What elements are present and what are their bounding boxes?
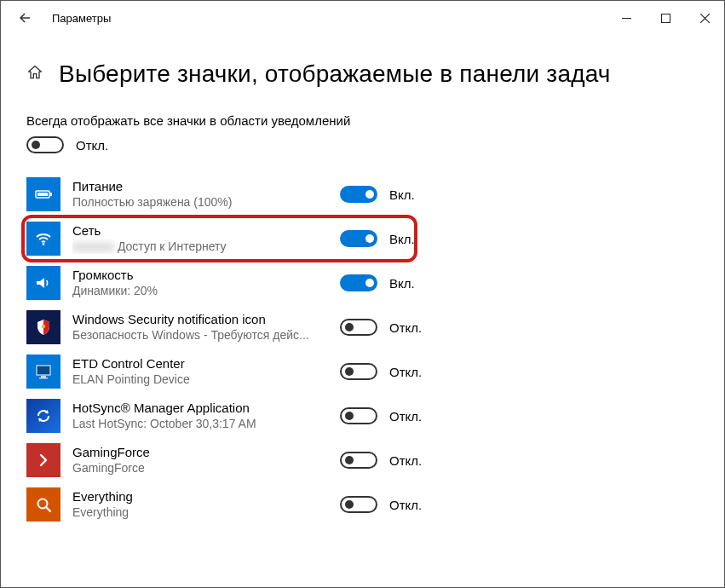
item-toggle[interactable] xyxy=(340,452,377,469)
item-subtitle: Полностью заряжена (100%) xyxy=(72,195,328,210)
item-title: Сеть xyxy=(72,223,328,239)
app-icon xyxy=(26,310,60,344)
item-texts: HotSync® Manager Application Last HotSyn… xyxy=(72,401,328,431)
minimize-button[interactable] xyxy=(607,1,646,35)
item-toggle[interactable] xyxy=(340,496,377,513)
item-title: Громкость xyxy=(72,268,328,284)
item-subtitle: Last HotSync: October 30,3:17 AM xyxy=(72,417,328,432)
item-subtitle: Безопасность Windows - Требуются дейс... xyxy=(72,328,328,343)
item-toggle-state: Вкл. xyxy=(389,232,415,246)
speaker-icon xyxy=(33,273,54,293)
svg-rect-1 xyxy=(661,14,670,22)
item-toggle-state: Откл. xyxy=(389,498,422,512)
item-texts: Питание Полностью заряжена (100%) xyxy=(72,179,328,210)
app-icon xyxy=(26,399,60,433)
item-toggle[interactable] xyxy=(340,186,377,203)
item-texts: GamingForce GamingForce xyxy=(72,445,328,476)
item-toggle[interactable] xyxy=(340,319,377,336)
page-title: Выберите значки, отображаемые в панели з… xyxy=(59,61,611,88)
wifi-icon xyxy=(33,228,54,249)
item-title: Питание xyxy=(72,179,328,195)
item-toggle-state: Вкл. xyxy=(389,276,415,291)
always-show-state: Откл. xyxy=(76,138,108,153)
battery-icon xyxy=(33,184,54,205)
app-icon xyxy=(26,355,60,389)
app-icon xyxy=(26,266,60,300)
item-toggle[interactable] xyxy=(340,363,377,380)
item-texts: Громкость Динамики: 20% xyxy=(72,268,328,298)
item-subtitle: Everything xyxy=(72,505,328,521)
item-title: ETD Control Center xyxy=(72,356,328,372)
close-button[interactable] xyxy=(685,1,724,35)
minimize-icon xyxy=(622,14,631,23)
home-icon[interactable] xyxy=(26,64,43,85)
search-icon xyxy=(33,494,54,515)
item-title: Everything xyxy=(72,489,328,505)
always-show-label: Всегда отображать все значки в области у… xyxy=(26,113,699,128)
icon-list: Питание Полностью заряжена (100%) Вкл. С… xyxy=(26,172,699,527)
item-texts: Everything Everything xyxy=(72,489,328,520)
item-texts: Сеть xxxxxxx Доступ к Интернету xyxy=(72,223,328,254)
item-title: HotSync® Manager Application xyxy=(72,401,328,417)
item-subtitle: xxxxxxx Доступ к Интернету xyxy=(72,239,328,255)
shield-icon xyxy=(33,317,54,337)
chev-icon xyxy=(33,450,54,470)
list-item: Громкость Динамики: 20% Вкл. xyxy=(26,261,699,305)
item-title: Windows Security notification icon xyxy=(72,312,328,328)
maximize-icon xyxy=(661,14,670,23)
item-title: GamingForce xyxy=(72,445,328,461)
item-toggle-state: Откл. xyxy=(389,320,422,335)
always-show-toggle[interactable] xyxy=(26,136,64,153)
back-button[interactable] xyxy=(8,1,42,35)
arrow-left-icon xyxy=(17,10,32,26)
app-icon xyxy=(26,487,60,522)
list-item: Everything Everything Откл. xyxy=(26,482,699,527)
app-icon xyxy=(26,222,60,256)
monitor-icon xyxy=(33,361,54,382)
item-toggle-state: Вкл. xyxy=(389,187,415,202)
app-icon xyxy=(26,177,60,211)
maximize-button[interactable] xyxy=(646,1,685,35)
item-toggle-state: Откл. xyxy=(389,453,422,468)
svg-rect-0 xyxy=(622,18,631,19)
item-texts: ETD Control Center ELAN Pointing Device xyxy=(72,356,328,387)
titlebar: Параметры xyxy=(1,1,724,35)
list-item: Windows Security notification icon Безоп… xyxy=(26,305,699,349)
item-toggle[interactable] xyxy=(340,274,377,291)
item-toggle[interactable] xyxy=(340,407,377,424)
window-controls xyxy=(607,1,724,35)
list-item: Сеть xxxxxxx Доступ к Интернету Вкл. xyxy=(26,216,699,261)
app-icon xyxy=(26,443,60,477)
item-texts: Windows Security notification icon Безоп… xyxy=(72,312,328,343)
window-title: Параметры xyxy=(52,12,111,25)
item-subtitle: ELAN Pointing Device xyxy=(72,372,328,388)
close-icon xyxy=(700,14,710,23)
list-item: ETD Control Center ELAN Pointing Device … xyxy=(26,349,699,394)
item-toggle-state: Откл. xyxy=(389,409,422,424)
item-subtitle: GamingForce xyxy=(72,461,328,476)
item-subtitle: Динамики: 20% xyxy=(72,284,328,299)
sync-icon xyxy=(33,406,54,426)
page-header: Выберите значки, отображаемые в панели з… xyxy=(26,61,699,88)
list-item: GamingForce GamingForce Откл. xyxy=(26,438,699,482)
list-item: HotSync® Manager Application Last HotSyn… xyxy=(26,394,699,438)
list-item: Питание Полностью заряжена (100%) Вкл. xyxy=(26,172,699,216)
item-toggle-state: Откл. xyxy=(389,365,422,379)
item-toggle[interactable] xyxy=(340,230,377,247)
